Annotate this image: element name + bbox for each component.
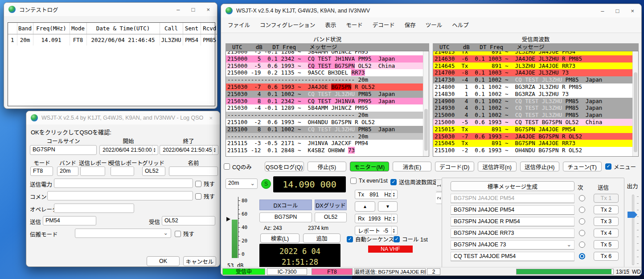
decode-row[interactable]: 214900 4 0.1 1002 ~ CQ TEST JL3ZHU PM85 …	[433, 98, 638, 105]
next-radio-tx4[interactable]	[579, 230, 585, 236]
decode-row[interactable]: 215115 -3 -0.5 2171 ~ JH1NVA JA2CXF PM94	[226, 140, 429, 147]
send-tx2-button[interactable]: Tx 2	[594, 205, 619, 214]
decode-row[interactable]: 215100 -2 0.6 1993 ~ OH4NDU BG7SPN R OL5…	[433, 147, 638, 154]
output-slider-handle[interactable]	[628, 212, 637, 218]
decode-row[interactable]: 215100 8 0.1 1002 ~ CQ TEST JL3ZHU PM85 …	[226, 126, 429, 133]
operator-field[interactable]	[54, 204, 134, 213]
next-radio-tx5[interactable]	[579, 242, 585, 248]
tx-freq-spinner[interactable]: Tx891Hz ▲▼	[355, 190, 398, 199]
tx-report-field[interactable]	[80, 167, 105, 176]
cq-only-checkbox[interactable]: CQのみ	[224, 162, 261, 171]
minimize-icon[interactable]: –	[601, 8, 604, 14]
lookup-button[interactable]: 検索(L)	[260, 233, 299, 243]
tx-freq-down-button[interactable]: ▼	[378, 201, 398, 212]
dx-call-field[interactable]: BG7SPN	[259, 212, 312, 222]
retain-prop-checkbox[interactable]: 残す	[175, 229, 194, 238]
menu-tools[interactable]: ツール	[422, 19, 447, 30]
erase-button[interactable]: 消去(E)	[393, 162, 432, 171]
contest-log-table[interactable]: BandFreq(MHz)ModeDate & Time(UTC)CallSen…	[8, 22, 215, 106]
decode-button[interactable]: デコード(D)	[435, 162, 474, 171]
next-radio-tx1[interactable]	[579, 195, 585, 201]
decode-row[interactable]: 214630 -6 0.1 1003 ~ JA4JOE JL3ZHU R PM8…	[433, 55, 638, 62]
mode-field[interactable]: FT8	[30, 167, 53, 176]
close-icon[interactable]: ×	[631, 8, 634, 14]
decode-row[interactable]: 215000 5 0.1 2342 ~ CQ TEST JH1NVA PM95 …	[226, 55, 429, 62]
tx-message-field-2[interactable]: BG7SPN JA4JOE PM54	[451, 205, 574, 215]
next-radio-tx2[interactable]	[579, 207, 585, 213]
tx-message-field-5[interactable]: BG7SPN JA4JOE 73⌄	[451, 240, 574, 250]
decode-row[interactable]: 215030 8 0.1 2342 ~ CQ TEST JH1NVA PM95 …	[226, 98, 429, 105]
report-spinner[interactable]: レポート-5 ▲▼	[355, 226, 398, 235]
maximize-icon[interactable]: □	[616, 8, 619, 14]
decode-row[interactable]: 214830 1 0.1 1002 ~ BG3RZA JL3ZHU 73	[433, 91, 638, 98]
menu-save[interactable]: 保存	[401, 19, 420, 30]
hold-txfreq-checkbox[interactable]: 送信周波数固定	[390, 178, 438, 186]
rx-frequency-scrollbar[interactable]	[632, 51, 638, 156]
grid-field[interactable]: OL52	[142, 167, 165, 176]
minimize-icon[interactable]: –	[176, 7, 180, 12]
decode-row[interactable]: 215045 Tx 891 ~ BG7SPN JA4JOE RR73	[433, 140, 638, 147]
dx-grid-field[interactable]: OL52	[315, 212, 347, 222]
maximize-icon[interactable]: □	[192, 7, 195, 12]
main-titlebar[interactable]: WSJT-X v2.5.4 by K1JT, G4WJS, K9AN, and …	[221, 4, 641, 17]
comment-field[interactable]	[47, 191, 193, 200]
menu-mode[interactable]: モード	[342, 19, 367, 30]
log-qso-titlebar[interactable]: WSJT-X v2.5.4 by K1JT, G4WJS, K9AN, and …	[26, 111, 220, 125]
call-first-checkbox[interactable]: コール 1st	[394, 235, 428, 243]
next-radio-tx3[interactable]	[579, 218, 585, 225]
send-tx3-button[interactable]: Tx 3	[594, 217, 619, 226]
send-tx5-button[interactable]: Tx 5	[594, 240, 619, 249]
enable-tx-button[interactable]: 送信許可(n)	[478, 162, 517, 171]
decode-row[interactable]: 215030 -7 0.6 1993 ~ JA4JOE BG7SPN R OL5…	[433, 133, 638, 140]
decode-row[interactable]: 215000 4 0.1 1002 ~ CQ TEST JL3ZHU PM85 …	[433, 112, 638, 119]
cancel-button[interactable]: キャンセル	[183, 256, 216, 266]
generate-messages-button[interactable]: 標準メッセージ生成	[451, 181, 574, 191]
rx-report-field[interactable]	[111, 167, 134, 176]
halt-tx-button[interactable]: 送信停止(H)	[520, 162, 559, 171]
tune-button[interactable]: チューン(T)	[563, 162, 602, 171]
tx-message-field-4[interactable]: BG7SPN JA4JOE RR73	[451, 229, 574, 238]
message-tab-2[interactable]: 2	[436, 192, 442, 204]
decode-row[interactable]: 215015 Tx 891 ~ BG7SPN JA4JOE PM54	[433, 126, 638, 133]
auto-seq-checkbox[interactable]: 自動シーケンス	[347, 235, 394, 243]
band-select[interactable]: 20m ⌄	[226, 179, 258, 189]
retain-power-checkbox[interactable]: 残す	[195, 179, 215, 188]
decode-row[interactable]: 215030 -7 0.6 1993 ~ JA4JOE BG7SPN R OL5…	[226, 83, 429, 91]
send-tx1-button[interactable]: Tx 1	[594, 194, 619, 203]
next-radio-tx6[interactable]	[579, 253, 585, 259]
frequency-display[interactable]: 14.090 000	[273, 176, 346, 192]
retain-comment-checkbox[interactable]: 残す	[195, 192, 215, 200]
decode-row[interactable]: 215100 -2 0.6 1993 ~ OH4NDU BG7SPN R OL5…	[226, 119, 429, 126]
name-field[interactable]	[169, 167, 218, 176]
log-qso-button[interactable]: QSOをログ(Q)	[265, 162, 304, 171]
exch-sent-field[interactable]: PM54	[43, 216, 96, 225]
band-activity-panel[interactable]: 215000 -3 -0.1 1268 ~ 5B4AMM OH1NCZ PM95…	[226, 51, 429, 157]
decode-row[interactable]: 214700 -8 0.1 1003 ~ JA4JOE JL3ZHU 73	[433, 69, 638, 76]
menu-file[interactable]: ファイル	[224, 19, 254, 30]
band-field[interactable]: 20m	[57, 167, 78, 176]
stop-button[interactable]: 停止(S)	[308, 162, 347, 171]
decode-row[interactable]: 215000 -3 -0.1 1268 ~ 5B4AMM OH1NCZ PM95	[226, 51, 429, 55]
close-icon[interactable]: ×	[209, 115, 213, 121]
band-activity-scrollbar[interactable]	[423, 51, 429, 156]
decode-row[interactable]: 214645 Tx 891 ~ JL3ZHU JA4JOE RR73	[433, 62, 638, 70]
close-icon[interactable]: ×	[206, 7, 210, 12]
decode-row[interactable]: 215115 -12 0.1 2848 ~ K4SBZ OH8WW 73	[226, 147, 429, 154]
decode-row[interactable]: 215000 -5 0.6 1993 ~ CQ TEST BG7SPN OL52…	[226, 62, 429, 70]
exch-rcvd-field[interactable]: OL52	[162, 216, 215, 225]
menu-configuration[interactable]: コンフィグレーション	[256, 19, 319, 30]
decode-row[interactable]: 215000 -5 0.6 1993 ~ CQ TEST BG7SPN OL52…	[433, 119, 638, 126]
decode-row[interactable]: 214615 Tx 891 ~ JL3ZHU JA4JOE PM54	[433, 51, 638, 55]
tx-even-checkbox[interactable]: Tx even/1st	[350, 178, 388, 184]
send-tx6-button[interactable]: Tx 6	[594, 252, 619, 261]
contest-log-row[interactable]: 120m14.091FT82022/06/04 21:46:45JL3ZHUPM…	[8, 34, 217, 46]
menu-help[interactable]: ヘルプ	[448, 19, 473, 30]
decode-row[interactable]: 215030 4 0.1 1002 ~ CQ TEST JL3ZHU PM85 …	[226, 91, 429, 98]
rx-freq-spinner[interactable]: Rx1993Hz ▲▼	[355, 214, 398, 223]
decode-row[interactable]: 215000 -19 0.2 1135 ~ 9A5CC BH3DEL RR73	[226, 69, 429, 76]
decode-row[interactable]: 214800 1 0.1 1002 ~ BG3RZA JL3ZHU R PM85	[433, 83, 638, 91]
output-slider-track[interactable]	[632, 195, 634, 265]
tx-power-field[interactable]	[54, 179, 193, 188]
menu-view[interactable]: 表示	[321, 19, 340, 30]
callsign-field[interactable]: BG7SPN	[30, 145, 97, 155]
